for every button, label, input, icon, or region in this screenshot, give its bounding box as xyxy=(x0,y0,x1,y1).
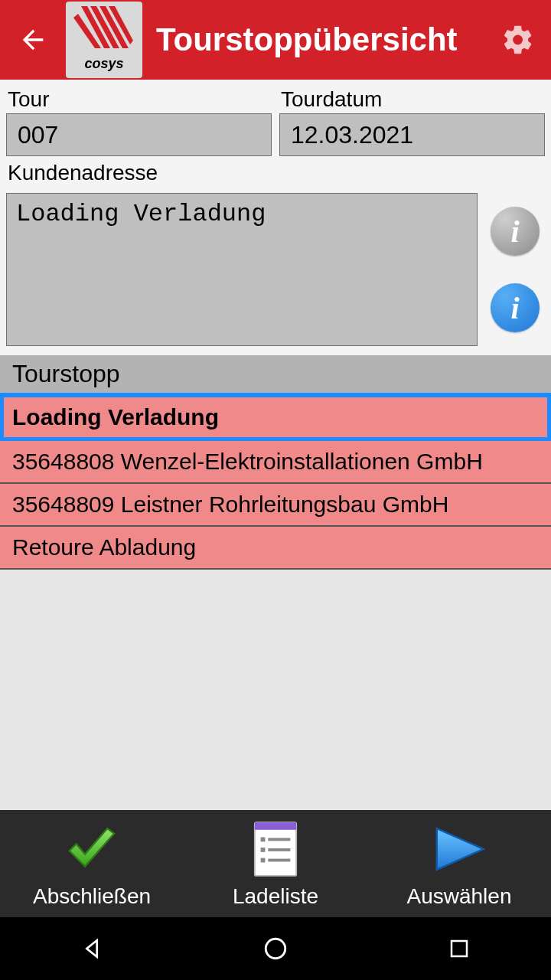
svg-marker-13 xyxy=(437,828,484,870)
ladeliste-button[interactable]: Ladeliste xyxy=(184,818,367,909)
tourdatum-label: Tourdatum xyxy=(279,87,545,113)
svg-rect-10 xyxy=(268,848,290,851)
form-area: Tour 007 Tourdatum 12.03.2021 Kundenadre… xyxy=(0,80,551,355)
svg-rect-11 xyxy=(261,858,266,863)
bottom-toolbar: Abschließen Ladeliste xyxy=(0,810,551,917)
info-button-blue[interactable]: i xyxy=(491,283,540,332)
list-item[interactable]: Retoure Abladung xyxy=(0,527,551,570)
info-buttons-column: i i xyxy=(485,193,545,346)
svg-rect-9 xyxy=(261,848,266,852)
app-header: cosys Tourstoppübersicht xyxy=(0,0,551,80)
nav-home-button[interactable] xyxy=(260,933,291,964)
svg-rect-15 xyxy=(452,941,467,956)
abschliessen-label: Abschließen xyxy=(33,884,151,909)
auswaehlen-button[interactable]: Auswählen xyxy=(368,818,550,909)
list-item[interactable]: 35648808 Wenzel-Elektroinstallationen Gm… xyxy=(0,441,551,484)
list-item[interactable]: Loading Verladung xyxy=(0,394,551,441)
tour-label: Tour xyxy=(6,87,272,113)
abschliessen-button[interactable]: Abschließen xyxy=(1,818,183,909)
checkmark-icon xyxy=(61,818,122,880)
svg-rect-8 xyxy=(268,838,290,841)
svg-rect-7 xyxy=(261,838,266,842)
nav-recent-button[interactable] xyxy=(444,933,474,964)
gear-icon xyxy=(501,23,535,57)
play-arrow-icon xyxy=(429,818,490,880)
list-item[interactable]: 35648809 Leistner Rohrleitungsbau GmbH xyxy=(0,484,551,527)
tour-input[interactable]: 007 xyxy=(6,113,272,156)
kundenadresse-box[interactable]: Loading Verladung xyxy=(6,193,478,346)
arrow-left-icon xyxy=(18,24,48,55)
logo-stripes-icon xyxy=(73,6,135,52)
page-title: Tourstoppübersicht xyxy=(156,21,485,58)
ladeliste-label: Ladeliste xyxy=(233,884,318,909)
svg-rect-12 xyxy=(268,859,290,862)
list-header: Tourstopp xyxy=(0,355,551,394)
svg-point-14 xyxy=(266,939,285,959)
tour-field-wrap: Tour 007 xyxy=(6,87,272,156)
auswaehlen-label: Auswählen xyxy=(407,884,512,909)
android-navbar xyxy=(0,917,551,980)
triangle-back-icon xyxy=(80,936,104,961)
tourstopp-list: Tourstopp Loading Verladung 35648808 Wen… xyxy=(0,355,551,810)
square-recent-icon xyxy=(448,937,471,960)
kundenadresse-label: Kundenadresse xyxy=(6,161,545,187)
circle-home-icon xyxy=(262,936,289,962)
app-logo: cosys xyxy=(66,2,142,78)
tourdatum-field-wrap: Tourdatum 12.03.2021 xyxy=(279,87,545,156)
svg-rect-6 xyxy=(255,822,296,830)
back-button[interactable] xyxy=(14,21,52,59)
tourdatum-input[interactable]: 12.03.2021 xyxy=(279,113,545,156)
logo-text: cosys xyxy=(84,56,123,78)
info-button-gray[interactable]: i xyxy=(491,207,540,256)
document-list-icon xyxy=(245,818,306,880)
nav-back-button[interactable] xyxy=(77,933,107,964)
settings-button[interactable] xyxy=(499,21,537,59)
